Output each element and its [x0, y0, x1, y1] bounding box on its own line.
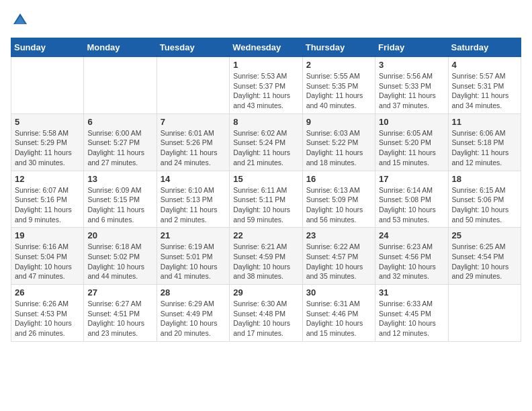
day-info: Sunrise: 6:21 AM Sunset: 4:59 PM Dayligh…: [233, 242, 298, 281]
day-number: 10: [379, 117, 444, 127]
day-info: Sunrise: 6:25 AM Sunset: 4:54 PM Dayligh…: [452, 242, 517, 281]
day-number: 2: [306, 60, 371, 70]
calendar-cell: 22Sunrise: 6:21 AM Sunset: 4:59 PM Dayli…: [230, 228, 302, 285]
calendar-week-row: 5Sunrise: 5:58 AM Sunset: 5:29 PM Daylig…: [11, 113, 521, 171]
day-number: 11: [452, 117, 517, 127]
weekday-header: Thursday: [302, 38, 375, 57]
day-number: 23: [306, 230, 371, 240]
day-number: 30: [306, 287, 371, 298]
day-info: Sunrise: 6:05 AM Sunset: 5:20 PM Dayligh…: [379, 128, 444, 168]
day-number: 17: [379, 174, 444, 184]
calendar-cell: 2Sunrise: 5:55 AM Sunset: 5:35 PM Daylig…: [302, 57, 375, 114]
calendar-cell: 1Sunrise: 5:53 AM Sunset: 5:37 PM Daylig…: [230, 57, 302, 114]
calendar-cell: 4Sunrise: 5:57 AM Sunset: 5:31 PM Daylig…: [448, 57, 521, 114]
calendar-cell: [157, 57, 229, 114]
weekday-header: Saturday: [448, 38, 521, 57]
calendar-cell: 14Sunrise: 6:10 AM Sunset: 5:13 PM Dayli…: [157, 171, 229, 228]
calendar-cell: 13Sunrise: 6:09 AM Sunset: 5:15 PM Dayli…: [84, 171, 157, 228]
calendar-week-row: 26Sunrise: 6:26 AM Sunset: 4:53 PM Dayli…: [11, 285, 521, 342]
calendar-cell: 24Sunrise: 6:23 AM Sunset: 4:56 PM Dayli…: [375, 228, 448, 285]
day-number: 21: [161, 230, 226, 240]
calendar-week-row: 1Sunrise: 5:53 AM Sunset: 5:37 PM Daylig…: [11, 57, 521, 114]
day-info: Sunrise: 6:10 AM Sunset: 5:13 PM Dayligh…: [161, 185, 226, 225]
day-info: Sunrise: 5:53 AM Sunset: 5:37 PM Dayligh…: [233, 71, 298, 111]
day-number: 13: [87, 174, 152, 184]
day-info: Sunrise: 6:23 AM Sunset: 4:56 PM Dayligh…: [379, 242, 444, 281]
calendar-cell: 5Sunrise: 5:58 AM Sunset: 5:29 PM Daylig…: [11, 113, 84, 171]
day-info: Sunrise: 5:55 AM Sunset: 5:35 PM Dayligh…: [306, 71, 371, 111]
calendar-cell: 30Sunrise: 6:31 AM Sunset: 4:46 PM Dayli…: [302, 285, 375, 342]
calendar-cell: 29Sunrise: 6:30 AM Sunset: 4:48 PM Dayli…: [230, 285, 302, 342]
day-info: Sunrise: 5:58 AM Sunset: 5:29 PM Dayligh…: [15, 128, 80, 168]
calendar-week-row: 19Sunrise: 6:16 AM Sunset: 5:04 PM Dayli…: [11, 228, 521, 285]
day-info: Sunrise: 6:01 AM Sunset: 5:26 PM Dayligh…: [161, 128, 226, 168]
calendar-cell: 23Sunrise: 6:22 AM Sunset: 4:57 PM Dayli…: [302, 228, 375, 285]
day-info: Sunrise: 5:57 AM Sunset: 5:31 PM Dayligh…: [452, 71, 517, 111]
day-info: Sunrise: 6:07 AM Sunset: 5:16 PM Dayligh…: [15, 185, 80, 225]
day-number: 16: [306, 174, 371, 184]
day-number: 12: [15, 174, 80, 184]
day-number: 4: [452, 60, 517, 70]
day-number: 3: [379, 60, 444, 70]
day-number: 6: [87, 117, 152, 127]
calendar-cell: 7Sunrise: 6:01 AM Sunset: 5:26 PM Daylig…: [157, 113, 229, 171]
day-number: 8: [233, 117, 298, 127]
weekday-header: Tuesday: [157, 38, 229, 57]
calendar-cell: 9Sunrise: 6:03 AM Sunset: 5:22 PM Daylig…: [302, 113, 375, 171]
calendar-cell: 20Sunrise: 6:18 AM Sunset: 5:02 PM Dayli…: [84, 228, 157, 285]
day-number: 9: [306, 117, 371, 127]
calendar-cell: 8Sunrise: 6:02 AM Sunset: 5:24 PM Daylig…: [230, 113, 302, 171]
calendar-cell: [84, 57, 157, 114]
weekday-header: Friday: [375, 38, 448, 57]
day-info: Sunrise: 6:18 AM Sunset: 5:02 PM Dayligh…: [87, 242, 152, 281]
day-info: Sunrise: 6:00 AM Sunset: 5:27 PM Dayligh…: [87, 128, 152, 168]
calendar-cell: 10Sunrise: 6:05 AM Sunset: 5:20 PM Dayli…: [375, 113, 448, 171]
day-info: Sunrise: 6:22 AM Sunset: 4:57 PM Dayligh…: [306, 242, 371, 281]
calendar-cell: 17Sunrise: 6:14 AM Sunset: 5:08 PM Dayli…: [375, 171, 448, 228]
day-info: Sunrise: 6:02 AM Sunset: 5:24 PM Dayligh…: [233, 128, 298, 168]
day-number: 26: [15, 287, 80, 298]
day-info: Sunrise: 6:31 AM Sunset: 4:46 PM Dayligh…: [306, 299, 371, 338]
day-info: Sunrise: 5:56 AM Sunset: 5:33 PM Dayligh…: [379, 71, 444, 111]
day-number: 31: [379, 287, 444, 298]
calendar-cell: 18Sunrise: 6:15 AM Sunset: 5:06 PM Dayli…: [448, 171, 521, 228]
calendar-cell: 21Sunrise: 6:19 AM Sunset: 5:01 PM Dayli…: [157, 228, 229, 285]
calendar-cell: 27Sunrise: 6:27 AM Sunset: 4:51 PM Dayli…: [84, 285, 157, 342]
calendar-cell: 25Sunrise: 6:25 AM Sunset: 4:54 PM Dayli…: [448, 228, 521, 285]
calendar-header-row: SundayMondayTuesdayWednesdayThursdayFrid…: [11, 38, 521, 57]
day-number: 18: [452, 174, 517, 184]
calendar-cell: 6Sunrise: 6:00 AM Sunset: 5:27 PM Daylig…: [84, 113, 157, 171]
day-info: Sunrise: 6:03 AM Sunset: 5:22 PM Dayligh…: [306, 128, 371, 168]
calendar-cell: 12Sunrise: 6:07 AM Sunset: 5:16 PM Dayli…: [11, 171, 84, 228]
day-info: Sunrise: 6:06 AM Sunset: 5:18 PM Dayligh…: [452, 128, 517, 168]
day-number: 14: [161, 174, 226, 184]
day-number: 25: [452, 230, 517, 240]
day-info: Sunrise: 6:14 AM Sunset: 5:08 PM Dayligh…: [379, 185, 444, 225]
page-header: [11, 11, 521, 30]
day-number: 5: [15, 117, 80, 127]
day-info: Sunrise: 6:16 AM Sunset: 5:04 PM Dayligh…: [15, 242, 80, 281]
weekday-header: Monday: [84, 38, 157, 57]
calendar-table: SundayMondayTuesdayWednesdayThursdayFrid…: [11, 38, 521, 342]
day-number: 1: [233, 60, 298, 70]
day-number: 19: [15, 230, 80, 240]
day-info: Sunrise: 6:30 AM Sunset: 4:48 PM Dayligh…: [233, 299, 298, 338]
calendar-cell: [11, 57, 84, 114]
day-number: 20: [87, 230, 152, 240]
calendar-week-row: 12Sunrise: 6:07 AM Sunset: 5:16 PM Dayli…: [11, 171, 521, 228]
calendar-cell: 19Sunrise: 6:16 AM Sunset: 5:04 PM Dayli…: [11, 228, 84, 285]
calendar-cell: 3Sunrise: 5:56 AM Sunset: 5:33 PM Daylig…: [375, 57, 448, 114]
calendar-cell: 28Sunrise: 6:29 AM Sunset: 4:49 PM Dayli…: [157, 285, 229, 342]
day-number: 22: [233, 230, 298, 240]
day-number: 15: [233, 174, 298, 184]
day-info: Sunrise: 6:09 AM Sunset: 5:15 PM Dayligh…: [87, 185, 152, 225]
day-number: 29: [233, 287, 298, 298]
day-number: 28: [161, 287, 226, 298]
calendar-cell: 16Sunrise: 6:13 AM Sunset: 5:09 PM Dayli…: [302, 171, 375, 228]
calendar-cell: [448, 285, 521, 342]
day-info: Sunrise: 6:11 AM Sunset: 5:11 PM Dayligh…: [233, 185, 298, 225]
weekday-header: Sunday: [11, 38, 84, 57]
day-number: 7: [161, 117, 226, 127]
day-info: Sunrise: 6:19 AM Sunset: 5:01 PM Dayligh…: [161, 242, 226, 281]
calendar-cell: 31Sunrise: 6:33 AM Sunset: 4:45 PM Dayli…: [375, 285, 448, 342]
